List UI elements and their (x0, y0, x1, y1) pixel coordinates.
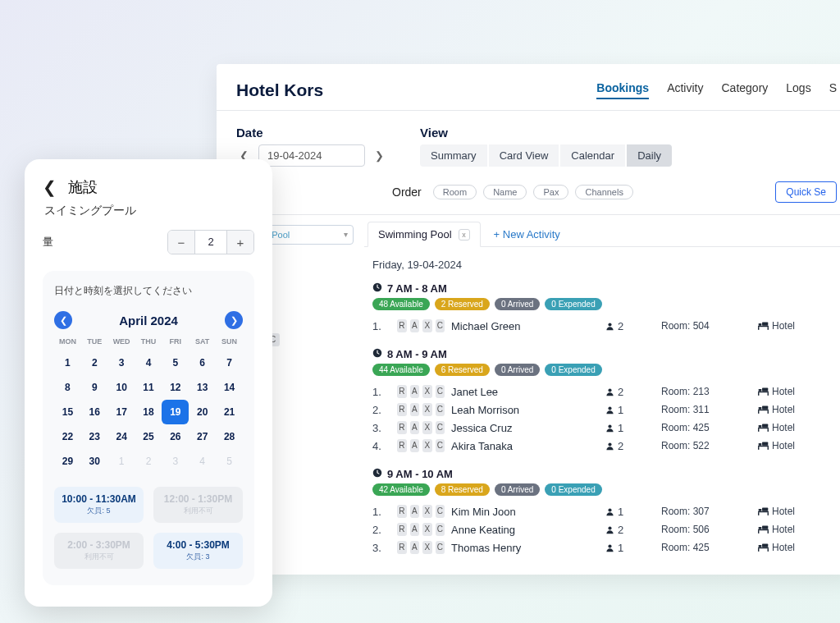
action-c[interactable]: C (436, 439, 445, 452)
view-option-summary[interactable]: Summary (420, 144, 487, 167)
timeslot-grid: 10:00 - 11:30AM欠員: 512:00 - 1:30PM利用不可2:… (54, 487, 243, 569)
calendar-day-cell[interactable]: 17 (108, 400, 135, 424)
action-c[interactable]: C (436, 421, 445, 434)
date-next-button[interactable]: ❯ (372, 146, 387, 165)
calendar-day-cell[interactable]: 1 (54, 350, 81, 375)
calendar-day-cell[interactable]: 23 (81, 424, 108, 449)
calendar-day-cell[interactable]: 20 (189, 400, 216, 424)
action-r[interactable]: R (397, 541, 407, 554)
timeslot-option[interactable]: 4:00 - 5:30PM欠員: 3 (153, 533, 243, 569)
action-a[interactable]: A (410, 403, 420, 416)
nav-tab-s[interactable]: S (829, 81, 837, 99)
slot-badges: 48 Available2 Reserved0 Arrived0 Expende… (372, 298, 840, 310)
order-pill-channels[interactable]: Channels (575, 185, 632, 199)
action-a[interactable]: A (410, 319, 420, 332)
month-next-button[interactable]: ❯ (225, 311, 243, 329)
calendar-day-cell: 4 (189, 449, 216, 474)
hotel-cell: Hotel (758, 542, 824, 553)
action-x[interactable]: X (422, 403, 432, 416)
action-c[interactable]: C (436, 403, 445, 416)
calendar-day-cell[interactable]: 25 (135, 424, 162, 449)
nav-tab-category[interactable]: Category (721, 81, 768, 99)
qty-plus-button[interactable]: + (227, 231, 253, 254)
back-icon[interactable]: ❮ (43, 179, 57, 195)
guest-name: Janet Lee (451, 386, 599, 398)
action-r[interactable]: R (397, 319, 407, 332)
action-a[interactable]: A (410, 421, 420, 434)
action-c[interactable]: C (436, 523, 445, 536)
quick-select-button[interactable]: Quick Se (775, 181, 837, 203)
date-input[interactable] (258, 144, 365, 167)
action-a[interactable]: A (410, 505, 420, 518)
action-r[interactable]: R (397, 385, 407, 398)
calendar-day-cell[interactable]: 26 (162, 424, 189, 449)
action-x[interactable]: X (422, 523, 432, 536)
calendar-day-cell[interactable]: 2 (81, 350, 108, 375)
action-x[interactable]: X (422, 385, 432, 398)
order-pill-room[interactable]: Room (433, 185, 477, 199)
main-window: Hotel Kors BookingsActivityCategoryLogsS… (217, 64, 840, 575)
calendar-day-cell[interactable]: 12 (162, 375, 189, 400)
action-a[interactable]: A (410, 439, 420, 452)
calendar-day-cell[interactable]: 4 (135, 350, 162, 375)
action-r[interactable]: R (397, 523, 407, 536)
nav-tab-bookings[interactable]: Bookings (596, 81, 649, 99)
nav-tab-activity[interactable]: Activity (667, 81, 703, 99)
calendar-day-cell[interactable]: 28 (216, 424, 243, 449)
action-x[interactable]: X (422, 541, 432, 554)
badge-arrived: 0 Arrived (495, 364, 540, 376)
action-a[interactable]: A (410, 385, 420, 398)
order-pill-name[interactable]: Name (483, 185, 527, 199)
action-a[interactable]: A (410, 541, 420, 554)
action-r[interactable]: R (397, 403, 407, 416)
calendar-day-cell[interactable]: 6 (189, 350, 216, 375)
view-option-daily[interactable]: Daily (627, 144, 672, 167)
qty-label: 量 (43, 235, 53, 250)
timeslot-range: 2:00 - 3:30PM (57, 539, 140, 551)
booking-row: 3.RAXCJessica Cruz1Room: 425Hotel (372, 419, 840, 437)
calendar-day-cell[interactable]: 15 (54, 400, 81, 424)
action-c[interactable]: C (436, 541, 445, 554)
calendar-day-cell[interactable]: 19 (162, 400, 189, 424)
calendar-dow-row: MONTUEWEDTHUFRISATSUN (54, 337, 243, 346)
action-c[interactable]: C (436, 505, 445, 518)
calendar-day-cell[interactable]: 11 (135, 375, 162, 400)
view-option-calendar[interactable]: Calendar (560, 144, 625, 167)
calendar-day-cell[interactable]: 30 (81, 449, 108, 474)
action-a[interactable]: A (410, 523, 420, 536)
calendar-day-cell[interactable]: 3 (108, 350, 135, 375)
calendar-day-cell[interactable]: 16 (81, 400, 108, 424)
calendar-day-cell[interactable]: 27 (189, 424, 216, 449)
calendar-day-cell[interactable]: 24 (108, 424, 135, 449)
calendar-day-cell[interactable]: 7 (216, 350, 243, 375)
calendar-day-cell[interactable]: 9 (81, 375, 108, 400)
calendar-day-cell[interactable]: 18 (135, 400, 162, 424)
calendar-day-cell[interactable]: 10 (108, 375, 135, 400)
guest-name: Akira Tanaka (451, 440, 599, 452)
action-x[interactable]: X (422, 439, 432, 452)
calendar-day-cell[interactable]: 22 (54, 424, 81, 449)
action-x[interactable]: X (422, 421, 432, 434)
nav-tab-logs[interactable]: Logs (786, 81, 810, 99)
month-prev-button[interactable]: ❮ (54, 311, 72, 329)
calendar-day-cell[interactable]: 5 (162, 350, 189, 375)
view-option-card-view[interactable]: Card View (489, 144, 559, 167)
order-pill-pax[interactable]: Pax (533, 185, 568, 199)
action-r[interactable]: R (397, 505, 407, 518)
qty-minus-button[interactable]: − (168, 231, 194, 254)
calendar-day-cell[interactable]: 8 (54, 375, 81, 400)
new-activity-button[interactable]: + New Activity (486, 222, 568, 246)
calendar-day-cell[interactable]: 14 (216, 375, 243, 400)
calendar-day-cell[interactable]: 21 (216, 400, 243, 424)
tab-swimming-pool[interactable]: Swimming Pool x (368, 222, 481, 247)
action-r[interactable]: R (397, 439, 407, 452)
action-x[interactable]: X (422, 505, 432, 518)
calendar-day-cell[interactable]: 29 (54, 449, 81, 474)
action-c[interactable]: C (436, 319, 445, 332)
action-c[interactable]: C (436, 385, 445, 398)
calendar-day-cell[interactable]: 13 (189, 375, 216, 400)
action-r[interactable]: R (397, 421, 407, 434)
action-x[interactable]: X (422, 319, 432, 332)
tab-close-icon[interactable]: x (459, 229, 470, 240)
timeslot-option[interactable]: 10:00 - 11:30AM欠員: 5 (54, 487, 144, 523)
